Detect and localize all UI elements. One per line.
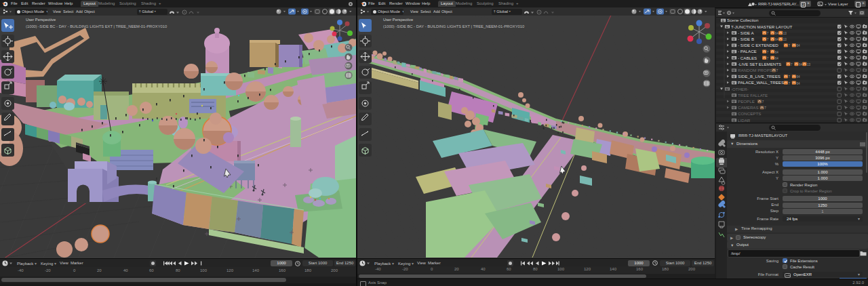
svg-text:SIDE_B_LIVE_TREES: SIDE_B_LIVE_TREES [738, 74, 781, 79]
svg-text:- CABLES: - CABLES [738, 56, 757, 60]
svg-text:PALACE_WALL_TREES: PALACE_WALL_TREES [738, 80, 784, 85]
svg-text:64: 64 [775, 57, 779, 60]
svg-text:64: 64 [775, 32, 779, 35]
svg-text:RANDOM PROPS: RANDOM PROPS [738, 68, 772, 73]
svg-text:T-JUNCTION MASTER LAYOUT: T-JUNCTION MASTER LAYOUT [731, 24, 793, 29]
svg-text:64: 64 [799, 63, 803, 66]
svg-text:-OTHER-: -OTHER- [731, 87, 749, 91]
svg-text:64: 64 [796, 82, 800, 85]
svg-text:64: 64 [796, 75, 800, 79]
svg-text:64: 64 [796, 44, 800, 47]
svg-text:PEOPLE: PEOPLE [738, 99, 755, 104]
svg-text:13: 13 [783, 32, 787, 35]
svg-text:64: 64 [775, 51, 779, 54]
svg-text:- SIDE A: - SIDE A [738, 30, 755, 35]
svg-text:TREE FALLATE: TREE FALLATE [738, 93, 768, 98]
svg-text:13: 13 [807, 63, 811, 66]
svg-text:13: 13 [783, 38, 787, 41]
svg-text:- PALACE: - PALACE [738, 49, 757, 54]
svg-text:- SIDE C EXTENDED: - SIDE C EXTENDED [738, 43, 778, 47]
svg-text:CAMERAS: CAMERAS [738, 105, 759, 110]
svg-text:CONCEPTS: CONCEPTS [738, 111, 761, 116]
svg-text:64: 64 [775, 38, 779, 41]
svg-text:LIDAR: LIDAR [738, 118, 751, 123]
svg-text:- SIDE B: - SIDE B [738, 37, 754, 41]
svg-text:-LIVE SET ELEMENTS: -LIVE SET ELEMENTS [738, 62, 781, 66]
svg-text:Scene Collection: Scene Collection [727, 18, 759, 22]
